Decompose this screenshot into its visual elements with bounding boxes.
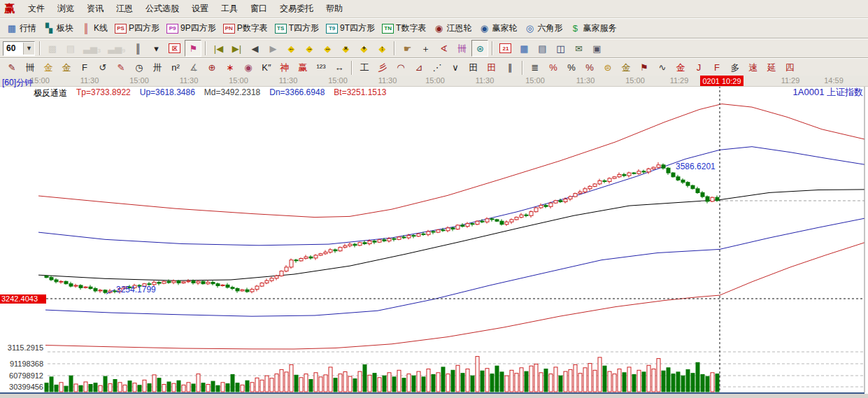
- zigzag-tool[interactable]: ∨: [447, 59, 464, 76]
- frame-tool[interactable]: 工: [356, 59, 373, 76]
- hexagon-button[interactable]: ◎ 六角形: [521, 20, 565, 37]
- percent-tool[interactable]: %: [563, 59, 580, 76]
- four-angle-tool[interactable]: 四: [781, 59, 798, 76]
- zoom-out-diamond-button[interactable]: ◆ ×: [337, 40, 354, 57]
- crosshair-button[interactable]: ＋: [417, 40, 434, 57]
- period-combo[interactable]: 60 ▼: [3, 41, 35, 56]
- time-circle-tool[interactable]: ◷: [131, 59, 148, 76]
- ying-grid-tool[interactable]: 赢: [294, 59, 311, 76]
- box-fan-tool[interactable]: ⊿: [411, 59, 427, 76]
- speed-angle-tool[interactable]: 速: [745, 59, 762, 76]
- multi-angle-tool[interactable]: 多: [727, 59, 744, 76]
- separator[interactable]: [205, 41, 206, 55]
- numbered-grid-tool[interactable]: ¹²³: [313, 59, 329, 76]
- menu-item[interactable]: 帮助: [320, 1, 349, 17]
- menu-item[interactable]: 资讯: [80, 1, 110, 17]
- ruler-grid-tool[interactable]: 卅: [149, 59, 166, 76]
- calendar-button[interactable]: 21: [497, 40, 514, 57]
- fan-lines-tool[interactable]: 彡: [374, 59, 391, 76]
- dot-grid-tool[interactable]: 田: [483, 59, 500, 76]
- candle-style-caret[interactable]: ▾: [148, 40, 164, 57]
- gold-grid-tool[interactable]: 金: [40, 59, 57, 76]
- parallel-lines-tool[interactable]: ∥: [501, 59, 518, 76]
- menu-item[interactable]: 文件: [22, 1, 51, 17]
- n2-grid-tool[interactable]: n²: [167, 59, 184, 76]
- chevron-down-icon[interactable]: ▼: [23, 43, 34, 55]
- separator[interactable]: [39, 41, 41, 55]
- arc-fan-tool[interactable]: ◠: [392, 59, 409, 76]
- flag-pen-tool[interactable]: ⚑: [636, 59, 653, 76]
- symbol-label[interactable]: 1A0001 上证指数: [793, 86, 863, 99]
- menu-item[interactable]: 交易委托: [273, 1, 320, 17]
- f-angle-tool[interactable]: F: [709, 59, 725, 76]
- report-icon[interactable]: ▤: [62, 40, 79, 57]
- gold-circle-tool[interactable]: ⊜: [599, 59, 616, 76]
- 9p-square-button[interactable]: P9 9P四方形: [164, 20, 219, 37]
- protractor-tool[interactable]: ∡: [185, 59, 202, 76]
- notes-button[interactable]: ▤: [534, 40, 550, 57]
- big-grid-tool[interactable]: 田: [465, 59, 482, 76]
- chart-area[interactable]: 15:00 11:30 15:00 11:30 15:00 11:30 15:0…: [0, 76, 868, 398]
- kline-mark-tool[interactable]: K″: [258, 59, 275, 76]
- flag-marker-button[interactable]: ⚑: [185, 40, 201, 57]
- winner-wheel-button[interactable]: ◉ 赢家轮: [476, 20, 520, 37]
- percent-list-tool[interactable]: ≣: [527, 59, 543, 76]
- kline-button[interactable]: ║ K线: [78, 20, 111, 37]
- separator[interactable]: [492, 41, 493, 55]
- page-left-button[interactable]: ◀: [246, 40, 263, 57]
- candle-style-button[interactable]: ║: [129, 40, 146, 57]
- spiral-tool[interactable]: ↺: [94, 59, 111, 76]
- shen-grid-tool[interactable]: 神: [276, 59, 293, 76]
- percent-triangle-tool[interactable]: %: [545, 59, 562, 76]
- j-angle-tool[interactable]: J: [690, 59, 707, 76]
- zoom-all-diamond-button[interactable]: ◆ ↕: [373, 40, 390, 57]
- zip-icon[interactable]: ▩: [44, 40, 61, 57]
- menu-item[interactable]: 工具: [215, 1, 244, 17]
- circle-flower-tool[interactable]: ◉: [240, 59, 257, 76]
- t-square-button[interactable]: TS T四方形: [272, 20, 322, 37]
- angle-measure-button[interactable]: ∢: [435, 40, 452, 57]
- menu-item[interactable]: 窗口: [244, 1, 273, 17]
- sectors-button[interactable]: ▚ 板块: [41, 20, 76, 37]
- pan-hand-button[interactable]: ☛: [399, 40, 415, 57]
- 9t-square-button[interactable]: T9 9T四方形: [323, 20, 378, 37]
- gold-red-lines-tool[interactable]: 金: [672, 59, 689, 76]
- calculator-button[interactable]: ▦: [515, 40, 532, 57]
- separator[interactable]: [522, 61, 523, 75]
- p-table-button[interactable]: PN P数字表: [220, 20, 271, 37]
- width-arrow-tool[interactable]: ↔: [331, 59, 348, 76]
- bars-3-icon[interactable]: ▃▅₃: [80, 40, 104, 57]
- menu-item[interactable]: 设置: [185, 1, 215, 17]
- indicator-name[interactable]: 极反通道: [34, 87, 67, 99]
- gold-lines-tool[interactable]: 金: [618, 59, 634, 76]
- separator[interactable]: [351, 61, 353, 75]
- bars-9-icon[interactable]: ▃▅₉: [105, 40, 128, 57]
- menu-item[interactable]: 公式选股: [139, 1, 185, 17]
- quotes-button[interactable]: ▦ 行情: [3, 20, 39, 37]
- f-grid-tool[interactable]: F: [76, 59, 93, 76]
- print-button[interactable]: ▣: [588, 40, 605, 57]
- scroll-right-diamond-button[interactable]: ◆ →: [301, 40, 318, 57]
- zoom-h-diamond-button[interactable]: ◆ ↔: [319, 40, 336, 57]
- web-chart-button[interactable]: ⊛: [471, 40, 488, 57]
- gold-grid2-tool[interactable]: 金: [58, 59, 75, 76]
- jifan-channel-button[interactable]: 区: [166, 40, 183, 57]
- menu-item[interactable]: 江恩: [110, 1, 139, 17]
- candlestick-chart[interactable]: [0, 76, 868, 398]
- extend-angle-tool[interactable]: 延: [763, 59, 780, 76]
- trend-lines-tool[interactable]: ⋰: [429, 59, 446, 76]
- save-button[interactable]: ◫: [552, 40, 569, 57]
- winner-service-button[interactable]: $ 赢家服务: [567, 20, 619, 37]
- gann-wheel-button[interactable]: ◉ 江恩轮: [430, 20, 474, 37]
- mail-button[interactable]: ✉: [570, 40, 587, 57]
- percent-lines-tool[interactable]: %: [581, 59, 598, 76]
- menu-item[interactable]: 浏览: [51, 1, 80, 17]
- p-square-button[interactable]: PS P四方形: [112, 20, 162, 37]
- separator[interactable]: [394, 41, 395, 55]
- zoom-in-diamond-button[interactable]: ◆ +: [355, 40, 372, 57]
- scroll-left-diamond-button[interactable]: ◆ ←: [283, 40, 299, 57]
- t-table-button[interactable]: TN T数字表: [379, 20, 429, 37]
- page-right-button[interactable]: ▶: [264, 40, 281, 57]
- star-flower-tool[interactable]: ∗: [222, 59, 239, 76]
- gann-box-button[interactable]: 卌: [453, 40, 470, 57]
